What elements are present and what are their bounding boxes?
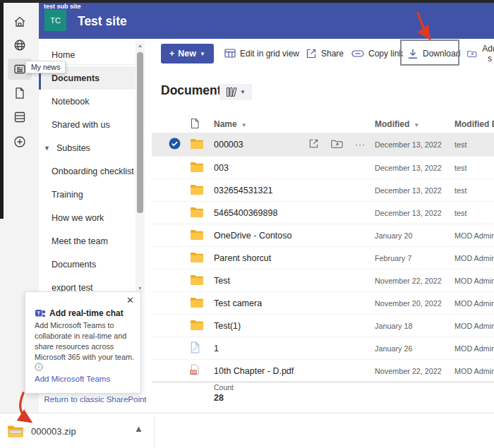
modified-date: January 26 bbox=[370, 344, 450, 353]
nav-item-label: Home bbox=[52, 50, 75, 60]
row-selected-check-icon[interactable] bbox=[169, 138, 190, 152]
my-news-tooltip: My news bbox=[25, 61, 66, 73]
share-button[interactable]: Share bbox=[306, 44, 344, 63]
file-name[interactable]: Parent shorcut bbox=[214, 253, 370, 263]
add-shortcut-button[interactable]: Add s bbox=[467, 44, 494, 63]
file-name[interactable]: Test(1) bbox=[214, 321, 370, 331]
file-name[interactable]: 1 bbox=[214, 344, 370, 353]
copy-link-button[interactable]: Copy link bbox=[351, 44, 403, 63]
nav-item-label: How we work bbox=[52, 213, 104, 223]
count-value: 28 bbox=[214, 393, 224, 403]
file-icon[interactable] bbox=[8, 83, 32, 104]
scroll-up-icon[interactable]: ▲ bbox=[135, 43, 145, 48]
globe-icon[interactable] bbox=[8, 35, 32, 56]
modified-date: February 7 bbox=[370, 254, 450, 262]
column-name[interactable]: Name▼ bbox=[214, 119, 370, 129]
folder-icon bbox=[190, 297, 214, 310]
chevron-down-icon[interactable]: ▼ bbox=[44, 145, 50, 152]
file-name[interactable]: 003 bbox=[214, 163, 370, 173]
modified-date: November 22, 2022 bbox=[370, 277, 450, 285]
table-row[interactable]: 003December 13, 2022test bbox=[152, 157, 494, 179]
more-actions-icon[interactable]: ··· bbox=[355, 140, 366, 150]
view-selector[interactable]: ▼ bbox=[219, 84, 252, 100]
file-list: 000003December 13, 2022test···003Decembe… bbox=[152, 133, 494, 382]
chevron-down-icon: ▼ bbox=[240, 89, 246, 95]
home-icon[interactable] bbox=[8, 11, 32, 32]
return-to-classic-link[interactable]: Return to classic SharePoint bbox=[39, 395, 152, 404]
nav-item-how-we-work[interactable]: How we work bbox=[39, 206, 135, 229]
site-logo[interactable]: TC bbox=[44, 9, 66, 31]
edit-grid-view-button[interactable]: Edit in grid view bbox=[224, 44, 299, 63]
modified-date: November 20, 2022 bbox=[370, 299, 450, 308]
nav-item-label: Shared with us bbox=[52, 120, 110, 130]
new-button[interactable]: + New ▼ bbox=[161, 44, 214, 63]
file-name[interactable]: 10th Chapter - D.pdf bbox=[214, 366, 370, 376]
nav-item-meet-the-team[interactable]: Meet the team bbox=[39, 229, 135, 253]
nav-item-notebook[interactable]: Notebook bbox=[39, 90, 135, 113]
nav-item-subsites[interactable]: ▼Subsites bbox=[39, 136, 135, 159]
nav-item-label: Meet the team bbox=[52, 236, 108, 246]
plus-icon: + bbox=[169, 49, 174, 59]
table-row[interactable]: 1January 26MOD Adminis bbox=[152, 337, 494, 360]
modified-by: test bbox=[450, 164, 494, 172]
file-name[interactable]: OneDrive - Contoso bbox=[214, 231, 370, 241]
table-row[interactable]: 032654531321December 13, 2022test bbox=[152, 179, 494, 202]
file-name[interactable]: 032654531321 bbox=[214, 186, 370, 195]
nav-scrollbar[interactable]: ▲ ▼ bbox=[135, 41, 145, 293]
download-button[interactable]: Download bbox=[407, 44, 460, 63]
add-teams-link[interactable]: Add Microsoft Teams bbox=[35, 375, 110, 383]
modified-by: test bbox=[450, 140, 494, 149]
file-name[interactable]: Test camera bbox=[214, 298, 370, 308]
info-icon[interactable] bbox=[35, 363, 43, 371]
modified-date: December 13, 2022 bbox=[370, 164, 450, 172]
table-row[interactable]: 000003December 13, 2022test··· bbox=[152, 133, 494, 157]
share-icon[interactable] bbox=[308, 138, 319, 151]
table-row[interactable]: Test(1)January 18MOD Adminis bbox=[152, 315, 494, 337]
scrollbar-thumb[interactable] bbox=[137, 52, 143, 213]
table-row[interactable]: 5465400369898December 13, 2022test bbox=[152, 202, 494, 224]
scroll-down-icon[interactable]: ▼ bbox=[135, 286, 145, 291]
downloaded-file[interactable]: 000003.zip bbox=[0, 413, 154, 448]
modified-date: January 18 bbox=[370, 322, 450, 330]
column-modified[interactable]: Modified▼ bbox=[370, 119, 450, 129]
chevron-down-icon: ▼ bbox=[200, 51, 205, 57]
nav-item-onboarding-checklist[interactable]: Onboarding checklist bbox=[39, 159, 135, 183]
card-body: Add Microsoft Teams to collaborate in re… bbox=[35, 320, 135, 363]
count-label: Count bbox=[214, 383, 234, 392]
folder-icon bbox=[190, 229, 214, 242]
folder-icon bbox=[190, 320, 214, 332]
modified-date: November 22, 2022 bbox=[370, 367, 450, 375]
file-type-column-icon[interactable] bbox=[190, 118, 214, 131]
table-row[interactable]: Test cameraNovember 20, 2022MOD Adminis bbox=[152, 292, 494, 315]
chevron-up-icon[interactable]: ▲ bbox=[134, 423, 143, 434]
table-header: Name▼ Modified▼ Modified By bbox=[152, 115, 494, 133]
modified-by: MOD Adminis bbox=[450, 344, 494, 353]
folder-icon bbox=[190, 274, 214, 287]
add-shortcut-icon[interactable] bbox=[331, 138, 343, 151]
modified-by: MOD Adminis bbox=[450, 367, 494, 375]
window-left-edge bbox=[0, 3, 4, 219]
modified-date: December 13, 2022 bbox=[370, 186, 450, 195]
table-row[interactable]: 10th Chapter - D.pdfNovember 22, 2022MOD… bbox=[152, 360, 494, 382]
site-title[interactable]: Test site bbox=[78, 14, 127, 29]
table-row[interactable]: OneDrive - ContosoJanuary 20MOD Adminis bbox=[152, 224, 494, 247]
nav-item-label: Subsites bbox=[56, 143, 90, 153]
nav-item-documents[interactable]: Documents bbox=[39, 253, 135, 276]
table-row[interactable]: Parent shorcutFebruary 7MOD Adminis bbox=[152, 247, 494, 270]
column-modified-by[interactable]: Modified By bbox=[450, 119, 494, 129]
nav-item-shared-with-us[interactable]: Shared with us bbox=[39, 113, 135, 136]
close-icon[interactable]: ✕ bbox=[126, 295, 134, 305]
main-content: + New ▼ Edit in grid view Share Copy lin… bbox=[152, 39, 494, 413]
folder-icon bbox=[190, 138, 214, 151]
add-icon[interactable] bbox=[8, 131, 32, 152]
site-header: test sub site TC Test site bbox=[39, 3, 494, 39]
window-top-edge bbox=[0, 0, 494, 3]
nav-item-training[interactable]: Training bbox=[39, 183, 135, 206]
file-name[interactable]: Test bbox=[214, 276, 370, 286]
folder-icon bbox=[190, 162, 214, 174]
table-row[interactable]: TestNovember 22, 2022MOD Adminis bbox=[152, 270, 494, 292]
shelf-divider bbox=[154, 416, 155, 448]
library-title: Documents bbox=[161, 83, 228, 98]
file-name[interactable]: 5465400369898 bbox=[214, 208, 370, 218]
lists-icon[interactable] bbox=[8, 107, 32, 128]
